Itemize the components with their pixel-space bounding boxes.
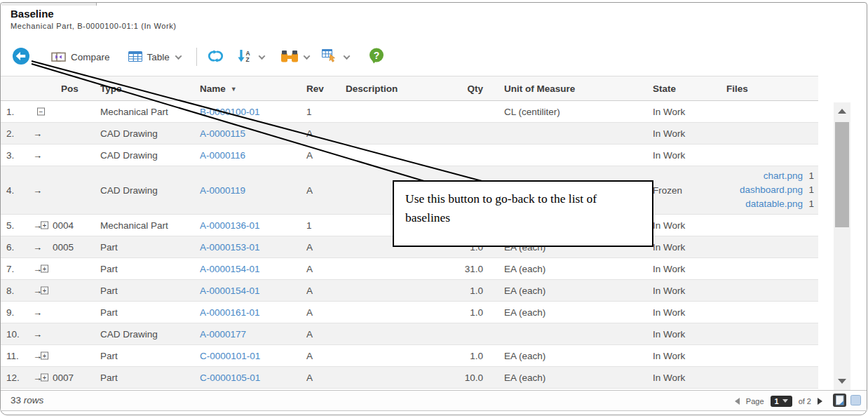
chevron-down-icon[interactable] (258, 53, 265, 60)
table-row[interactable]: 11.→+PartC-0000101-01A1.0EA (each)In Wor… (1, 345, 818, 367)
table-row[interactable]: 12.→+0007PartC-0000105-01A10.0EA (each)I… (1, 367, 818, 389)
file-count: 1 (804, 183, 814, 197)
table-row[interactable]: 3.→CAD DrawingA-0000116AIn Work (1, 145, 818, 166)
collapse-icon[interactable]: − (37, 108, 45, 116)
page-subtitle: Mechanical Part, B-0000100-01:1 (In Work… (11, 22, 177, 30)
vertical-scrollbar[interactable] (834, 102, 850, 390)
row-number: 8. (1, 286, 32, 296)
column-header-rev[interactable]: Rev (299, 83, 336, 94)
table-icon (128, 50, 142, 64)
table-row[interactable]: 2.→CAD DrawingA-0000115AIn Work (1, 123, 818, 145)
view-actions-button[interactable] (322, 49, 349, 65)
type-value: Part (99, 286, 197, 296)
type-value: Part (99, 373, 197, 383)
name-link[interactable]: A-0000177 (200, 329, 246, 340)
sort-button[interactable]: AZ (237, 49, 264, 65)
column-header-uom[interactable]: Unit of Measure (484, 83, 637, 94)
name-cell: A-0000161-01 (197, 307, 299, 318)
qty-value: 10.0 (445, 373, 484, 383)
tree-pos-cell: → (32, 323, 99, 344)
file-count: 1 (804, 169, 814, 183)
page-select[interactable]: 1 (771, 396, 792, 407)
rev-value: A (299, 128, 336, 139)
name-link[interactable]: C-0000105-01 (200, 373, 260, 383)
tree-pos-cell: → (32, 145, 99, 166)
row-number: 11. (1, 351, 32, 361)
column-header-type[interactable]: Type (99, 83, 197, 94)
expand-icon[interactable]: + (41, 352, 48, 360)
name-link[interactable]: A-0000119 (200, 185, 245, 196)
chevron-down-icon[interactable] (175, 53, 182, 60)
name-link[interactable]: A-0000154-01 (200, 264, 260, 274)
state-value: In Work (637, 107, 712, 117)
rev-value: A (299, 351, 336, 361)
name-link[interactable]: A-0000153-01 (200, 242, 260, 253)
name-cell: A-0000154-01 (197, 286, 299, 296)
help-button[interactable]: ? (369, 48, 384, 66)
state-value: In Work (637, 150, 712, 161)
scroll-down-icon[interactable] (838, 379, 846, 384)
tree-pos-cell: − (32, 101, 99, 122)
column-header-qty[interactable]: Qty (445, 83, 484, 94)
name-cell: A-0000154-01 (197, 264, 299, 274)
refresh-button[interactable] (207, 50, 224, 65)
previous-page-icon[interactable] (735, 398, 740, 405)
name-cell: A-0000116 (197, 150, 299, 161)
column-header-files[interactable]: Files (712, 83, 818, 94)
table-row[interactable]: 1.−Mechanical PartB-0000100-011CL (centi… (1, 101, 818, 123)
state-value: In Work (637, 286, 712, 296)
name-cell: C-0000105-01 (197, 373, 299, 383)
type-value: CAD Drawing (99, 329, 197, 340)
type-value: Part (99, 242, 197, 253)
svg-text:?: ? (374, 50, 380, 61)
tree-pos-cell: →+0007 (32, 367, 99, 388)
file-link[interactable]: chart.png (764, 169, 803, 183)
name-link[interactable]: A-0000115 (200, 128, 245, 139)
scrollbar-thumb[interactable] (835, 122, 849, 227)
expand-icon[interactable]: + (41, 222, 48, 229)
name-cell: A-0000115 (197, 128, 299, 139)
name-link[interactable]: A-0000136-01 (200, 220, 260, 231)
usage-arrow-icon: → (33, 242, 42, 253)
expand-icon[interactable]: + (41, 265, 48, 273)
file-link[interactable]: dashboard.png (740, 183, 803, 197)
tab-remnant (1, 3, 97, 6)
name-link[interactable]: A-0000116 (200, 150, 245, 161)
uom-value: EA (each) (484, 286, 637, 296)
full-view-toggle-icon[interactable] (833, 394, 846, 408)
next-page-icon[interactable] (818, 398, 822, 405)
chevron-down-icon[interactable] (343, 53, 350, 60)
row-count: 33 rows (11, 395, 43, 405)
column-header-description[interactable]: Description (336, 83, 445, 94)
row-number: 4. (1, 185, 32, 196)
file-link[interactable]: datatable.png (745, 197, 803, 211)
table-row[interactable]: 8.→+PartA-0000154-01A1.0EA (each)In Work (1, 280, 818, 302)
back-button[interactable] (12, 47, 30, 67)
scroll-up-icon[interactable] (838, 109, 846, 114)
table-row[interactable]: 9.→PartA-0000161-01A1.0EA (each)In Work (1, 302, 818, 323)
name-link[interactable]: A-0000161-01 (200, 307, 260, 318)
tree-pos-cell: → (32, 166, 99, 214)
name-link[interactable]: C-0000101-01 (200, 351, 260, 361)
compare-button[interactable]: Compare (51, 49, 110, 65)
column-header-name[interactable]: Name▼ (197, 83, 299, 94)
usage-arrow-icon: → (33, 128, 42, 139)
name-cell: A-0000153-01 (197, 242, 299, 253)
table-row[interactable]: 7.→+PartA-0000154-01A31.0EA (each)In Wor… (1, 258, 818, 280)
chevron-down-icon[interactable] (303, 53, 310, 60)
name-link[interactable]: A-0000154-01 (200, 286, 260, 296)
find-button[interactable] (281, 50, 309, 65)
row-number: 6. (1, 242, 32, 253)
annotation-callout: Use this button to go-back to the list o… (393, 180, 653, 247)
rev-value: A (299, 150, 336, 161)
name-link[interactable]: B-0000100-01 (200, 107, 260, 117)
column-header-state[interactable]: State (637, 83, 712, 94)
expand-icon[interactable]: + (41, 287, 48, 295)
table-row[interactable]: 10.→CAD DrawingA-0000177AIn Work (1, 323, 818, 345)
column-header-pos[interactable]: Pos (32, 83, 99, 94)
table-menu-button[interactable]: Table (128, 50, 181, 64)
rev-value: A (299, 286, 336, 296)
expand-icon[interactable]: + (41, 374, 48, 382)
uom-value: CL (centiliter) (484, 107, 637, 117)
compact-view-toggle-icon[interactable] (850, 395, 861, 407)
